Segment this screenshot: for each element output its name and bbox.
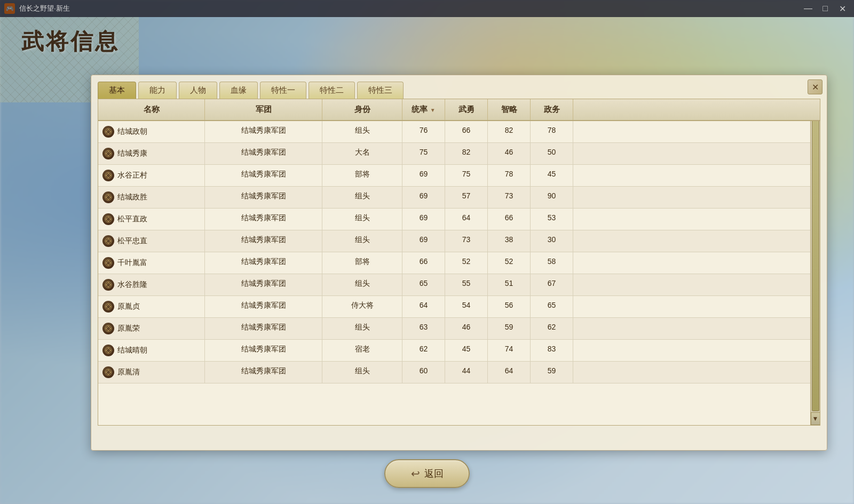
- cell-command: 60: [402, 362, 445, 383]
- cell-admin: 67: [531, 274, 573, 295]
- cell-army: 结城秀康军团: [205, 230, 322, 252]
- col-header-wisdom[interactable]: 智略: [488, 99, 531, 120]
- col-header-command[interactable]: 统率 ▼: [402, 99, 445, 120]
- cell-army: 结城秀康军团: [205, 187, 322, 208]
- cell-army: 结城秀康军团: [205, 296, 322, 317]
- app-icon: 🎮: [4, 3, 15, 14]
- cell-rank: 宿老: [322, 340, 402, 361]
- cell-army: 结城秀康军团: [205, 318, 322, 339]
- col-header-admin[interactable]: 政务: [531, 99, 573, 120]
- cell-name: 水谷正村: [98, 165, 205, 186]
- cell-rank: 组头: [322, 209, 402, 230]
- cell-valor: 82: [445, 143, 488, 164]
- cell-command: 63: [402, 318, 445, 339]
- table-body[interactable]: 结城政朝 结城秀康军团 组头 76 66 82 78 结城秀康 结城秀康军团 大…: [98, 121, 820, 422]
- table-row[interactable]: 原胤荣 结城秀康军团 组头 63 46 59 62: [98, 318, 820, 340]
- tab-character[interactable]: 人物: [179, 82, 217, 99]
- tab-trait1[interactable]: 特性一: [260, 82, 306, 99]
- cell-army: 结城秀康军团: [205, 252, 322, 274]
- window-controls: — □ ✕: [801, 3, 850, 14]
- cell-wisdom: 74: [488, 340, 531, 361]
- window-title: 信长之野望·新生: [19, 4, 801, 13]
- table-row[interactable]: 千叶胤富 结城秀康军团 部将 66 52 52 58: [98, 252, 820, 274]
- col-header-army: 军团: [205, 99, 322, 120]
- cell-rank: 组头: [322, 121, 402, 142]
- cell-name: 结城政朝: [98, 121, 205, 142]
- main-panel: ✕ 基本 能力 人物 血缘 特性一 特性二 特性三 名称 军团 身份 统率 ▼ …: [91, 75, 827, 451]
- cell-name: 结城晴朝: [98, 340, 205, 361]
- tab-trait2[interactable]: 特性二: [309, 82, 355, 99]
- cell-valor: 54: [445, 296, 488, 317]
- cell-wisdom: 59: [488, 318, 531, 339]
- cell-command: 64: [402, 296, 445, 317]
- cell-rank: 组头: [322, 187, 402, 208]
- minimize-button[interactable]: —: [801, 3, 816, 14]
- tab-lineage[interactable]: 血缘: [219, 82, 258, 99]
- tab-basic[interactable]: 基本: [98, 82, 136, 99]
- cell-wisdom: 82: [488, 121, 531, 142]
- cell-command: 69: [402, 165, 445, 186]
- scrollbar: ▲ ▼: [810, 99, 820, 425]
- table-row[interactable]: 松平直政 结城秀康军团 组头 69 64 66 53: [98, 209, 820, 230]
- cell-valor: 52: [445, 252, 488, 274]
- clan-icon: [102, 323, 114, 334]
- cell-name: 松平直政: [98, 209, 205, 230]
- table-row[interactable]: 松平忠直 结城秀康军团 组头 69 73 38 30: [98, 230, 820, 252]
- cell-extra: [573, 143, 820, 164]
- clan-icon: [102, 191, 114, 203]
- cell-extra: [573, 230, 820, 252]
- cell-valor: 46: [445, 318, 488, 339]
- table-row[interactable]: 结城政胜 结城秀康军团 组头 69 57 73 90: [98, 187, 820, 209]
- table-area: 名称 军团 身份 统率 ▼ 武勇 智略 政务 结城政朝 结城秀康军团 组头 76…: [98, 99, 820, 426]
- cell-admin: 62: [531, 318, 573, 339]
- col-header-rank: 身份: [322, 99, 402, 120]
- clan-icon: [102, 257, 114, 269]
- sort-icon: ▼: [430, 107, 436, 113]
- cell-name: 结城秀康: [98, 143, 205, 164]
- scrollbar-thumb[interactable]: [812, 113, 819, 411]
- tab-ability[interactable]: 能力: [138, 82, 177, 99]
- return-label: 返回: [424, 467, 444, 480]
- cell-rank: 组头: [322, 230, 402, 252]
- cell-army: 结城秀康军团: [205, 121, 322, 142]
- cell-extra: [573, 296, 820, 317]
- clan-icon: [102, 279, 114, 291]
- cell-admin: 53: [531, 209, 573, 230]
- cell-valor: 55: [445, 274, 488, 295]
- scroll-down-button[interactable]: ▼: [811, 412, 820, 425]
- table-row[interactable]: 水谷胜隆 结城秀康军团 组头 65 55 51 67: [98, 274, 820, 296]
- cell-admin: 58: [531, 252, 573, 274]
- cell-admin: 50: [531, 143, 573, 164]
- col-header-valor[interactable]: 武勇: [445, 99, 488, 120]
- col-header-name: 名称: [98, 99, 205, 120]
- cell-wisdom: 56: [488, 296, 531, 317]
- tab-trait3[interactable]: 特性三: [357, 82, 404, 99]
- cell-extra: [573, 165, 820, 186]
- page-title: 武将信息: [21, 27, 120, 57]
- cell-valor: 75: [445, 165, 488, 186]
- cell-name: 原胤清: [98, 362, 205, 383]
- cell-admin: 59: [531, 362, 573, 383]
- cell-rank: 侍大将: [322, 296, 402, 317]
- clan-icon: [102, 345, 114, 356]
- close-window-button[interactable]: ✕: [835, 3, 850, 14]
- table-header: 名称 军团 身份 统率 ▼ 武勇 智略 政务: [98, 99, 820, 121]
- maximize-button[interactable]: □: [818, 3, 833, 14]
- cell-wisdom: 38: [488, 230, 531, 252]
- table-row[interactable]: 水谷正村 结城秀康军团 部将 69 75 78 45: [98, 165, 820, 187]
- cell-admin: 65: [531, 296, 573, 317]
- cell-wisdom: 66: [488, 209, 531, 230]
- cell-valor: 45: [445, 340, 488, 361]
- cell-valor: 66: [445, 121, 488, 142]
- return-button[interactable]: ↩ 返回: [384, 459, 470, 488]
- table-row[interactable]: 结城政朝 结城秀康军团 组头 76 66 82 78: [98, 121, 820, 143]
- table-row[interactable]: 原胤清 结城秀康军团 组头 60 44 64 59: [98, 362, 820, 383]
- cell-admin: 45: [531, 165, 573, 186]
- cell-command: 75: [402, 143, 445, 164]
- titlebar: 🎮 信长之野望·新生 — □ ✕: [0, 0, 854, 17]
- table-row[interactable]: 原胤贞 结城秀康军团 侍大将 64 54 56 65: [98, 296, 820, 318]
- cell-rank: 组头: [322, 362, 402, 383]
- table-row[interactable]: 结城晴朝 结城秀康军团 宿老 62 45 74 83: [98, 340, 820, 362]
- table-row[interactable]: 结城秀康 结城秀康军团 大名 75 82 46 50: [98, 143, 820, 165]
- panel-close-button[interactable]: ✕: [808, 79, 823, 94]
